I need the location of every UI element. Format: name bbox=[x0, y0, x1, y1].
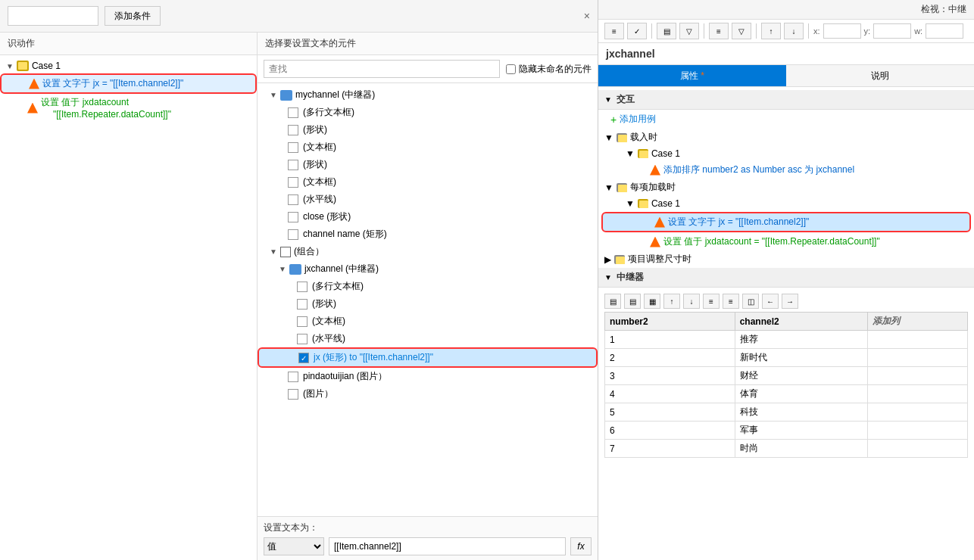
mychannel-item[interactable]: ▼ mychannel (中继器) bbox=[258, 86, 598, 104]
event-item-resize[interactable]: ▶ 项目调整尺寸时 bbox=[598, 250, 974, 268]
elem-shape2[interactable]: (形状) bbox=[258, 156, 598, 173]
pindaotuijian-item[interactable]: pindaotuijian (图片） bbox=[258, 368, 598, 385]
elem-checkbox[interactable] bbox=[288, 125, 298, 135]
table-row[interactable]: 7时尚 bbox=[605, 440, 968, 458]
col-header-add[interactable]: 添加列 bbox=[867, 313, 967, 331]
table-row[interactable]: 3财经 bbox=[605, 367, 968, 385]
jxchannel-item[interactable]: ▼ jxchannel (中继器) bbox=[258, 260, 598, 278]
y-input[interactable] bbox=[873, 23, 911, 39]
add-use-case-btn[interactable]: + 添加用例 bbox=[598, 110, 974, 129]
onload-action[interactable]: 添加排序 number2 as Number asc 为 jxchannel bbox=[598, 161, 974, 179]
value-text-input[interactable] bbox=[329, 537, 566, 555]
interaction-section-header[interactable]: ▼ 交互 bbox=[598, 90, 974, 110]
jx-shape[interactable]: (形状) bbox=[258, 295, 598, 313]
each-action2[interactable]: 设置 值于 jxdatacount = "[[Item.Repeater.dat… bbox=[598, 233, 974, 250]
jx-textbox[interactable]: (文本框) bbox=[258, 313, 598, 330]
y-label: y: bbox=[864, 26, 871, 36]
rep-btn-2[interactable]: ▤ bbox=[624, 294, 641, 309]
each-action1[interactable]: 设置 文字于 jx = "[[Item.channel2]]" bbox=[601, 212, 971, 232]
elem-checkbox[interactable] bbox=[288, 389, 298, 400]
table-row[interactable]: 2新时代 bbox=[605, 349, 968, 367]
jx-multi-text[interactable]: (多行文本框) bbox=[258, 278, 598, 295]
toolbar-btn-4[interactable]: ▽ bbox=[679, 23, 699, 39]
toolbar-btn-7[interactable]: ↑ bbox=[761, 23, 781, 39]
elem-checkbox[interactable] bbox=[288, 229, 298, 240]
elem-checkbox[interactable] bbox=[288, 177, 298, 188]
rep-btn-1[interactable]: ▤ bbox=[604, 294, 621, 309]
elem-hline[interactable]: (水平线) bbox=[258, 191, 598, 208]
hide-unnamed-label[interactable]: 隐藏未命名的元件 bbox=[506, 63, 592, 76]
group-item[interactable]: ▼ (组合） bbox=[258, 243, 598, 260]
table-row[interactable]: 1推荐 bbox=[605, 331, 968, 349]
event-icon bbox=[617, 133, 627, 142]
case-icon bbox=[638, 199, 648, 208]
elem-checkbox-checked[interactable] bbox=[298, 353, 309, 363]
elem-textbox1[interactable]: (文本框) bbox=[258, 138, 598, 156]
toolbar-btn-3[interactable]: ▤ bbox=[657, 23, 676, 39]
table-cell: 财经 bbox=[735, 367, 867, 385]
elem-checkbox[interactable] bbox=[288, 194, 298, 205]
action1-item[interactable]: 设置 文字于 jx = "[[Item.channel2]]" bbox=[0, 73, 257, 94]
case1-item[interactable]: ▼ Case 1 bbox=[0, 58, 257, 73]
rep-btn-3[interactable]: ▦ bbox=[644, 294, 660, 309]
onload-case1-label: Case 1 bbox=[651, 148, 680, 159]
rep-btn-10[interactable]: → bbox=[782, 294, 798, 309]
separator-1 bbox=[651, 23, 652, 39]
elem-close[interactable]: close (形状) bbox=[258, 208, 598, 226]
rep-btn-9[interactable]: ← bbox=[762, 294, 779, 309]
table-row[interactable]: 4体育 bbox=[605, 385, 968, 403]
rep-btn-6[interactable]: ≡ bbox=[703, 294, 720, 309]
view-label: 检视：中继 bbox=[921, 3, 966, 16]
table-row[interactable]: 6军事 bbox=[605, 422, 968, 440]
w-input[interactable] bbox=[926, 23, 963, 39]
event-each-load[interactable]: ▼ 每项加载时 bbox=[598, 179, 974, 196]
toolbar-btn-8[interactable]: ↓ bbox=[784, 23, 804, 39]
case-icon bbox=[638, 149, 648, 158]
toolbar-btn-6[interactable]: ▽ bbox=[732, 23, 751, 39]
each-case1[interactable]: ▼ Case 1 bbox=[598, 196, 974, 211]
arrow-icon: ▼ bbox=[604, 132, 613, 143]
toolbar-btn-2[interactable]: ✓ bbox=[627, 23, 647, 39]
repeater-section-header[interactable]: ▼ 中继器 bbox=[598, 268, 974, 288]
elem-checkbox[interactable] bbox=[288, 212, 298, 222]
tab-notes[interactable]: 说明 bbox=[786, 65, 974, 86]
image-item[interactable]: (图片） bbox=[258, 385, 598, 403]
tabs-row: 属性 说明 bbox=[598, 65, 974, 87]
rep-btn-5[interactable]: ↓ bbox=[683, 294, 700, 309]
table-cell: 7 bbox=[605, 440, 735, 458]
jx-hline[interactable]: (水平线) bbox=[258, 330, 598, 347]
value-type-select[interactable]: 值 bbox=[264, 537, 324, 555]
elem-channel-name[interactable]: channel name (矩形) bbox=[258, 226, 598, 243]
elem-checkbox[interactable] bbox=[288, 142, 298, 153]
element-tree: ▼ mychannel (中继器) (多行文本框) (形状) (文本框) bbox=[258, 83, 598, 516]
jx-rect-selected[interactable]: jx (矩形) to "[[Item.channel2]]" bbox=[258, 347, 598, 368]
onload-case1[interactable]: ▼ Case 1 bbox=[598, 146, 974, 161]
rep-btn-7[interactable]: ≡ bbox=[723, 294, 739, 309]
elem-checkbox[interactable] bbox=[288, 160, 298, 170]
table-row[interactable]: 5科技 bbox=[605, 403, 968, 422]
rep-btn-8[interactable]: ◫ bbox=[742, 294, 759, 309]
search-input[interactable] bbox=[264, 60, 500, 78]
elem-checkbox[interactable] bbox=[288, 107, 298, 118]
add-condition-button[interactable]: 添加条件 bbox=[105, 6, 161, 26]
tab-properties[interactable]: 属性 bbox=[598, 65, 786, 86]
action2-item[interactable]: 设置 值于 jxdatacount "[[Item.Repeater.dataC… bbox=[0, 94, 257, 122]
rep-btn-4[interactable]: ↑ bbox=[663, 294, 680, 309]
elem-checkbox[interactable] bbox=[297, 299, 307, 310]
elem-checkbox[interactable] bbox=[288, 372, 298, 382]
elem-checkbox[interactable] bbox=[297, 282, 307, 292]
table-cell: 5 bbox=[605, 403, 735, 422]
elem-checkbox[interactable] bbox=[297, 334, 307, 344]
hide-unnamed-checkbox[interactable] bbox=[506, 64, 516, 74]
toolbar-btn-1[interactable]: ≡ bbox=[604, 23, 624, 39]
elem-textbox2[interactable]: (文本框) bbox=[258, 173, 598, 191]
elem-checkbox[interactable] bbox=[297, 316, 307, 327]
elem-multi-text[interactable]: (多行文本框) bbox=[258, 104, 598, 121]
toolbar-btn-5[interactable]: ≡ bbox=[709, 23, 729, 39]
event-onload[interactable]: ▼ 载入时 bbox=[598, 129, 974, 146]
close-icon[interactable]: × bbox=[584, 10, 590, 22]
condition-input[interactable] bbox=[8, 6, 98, 26]
x-input[interactable] bbox=[823, 23, 861, 39]
fx-button[interactable]: fx bbox=[570, 537, 592, 555]
elem-shape1[interactable]: (形状) bbox=[258, 121, 598, 138]
